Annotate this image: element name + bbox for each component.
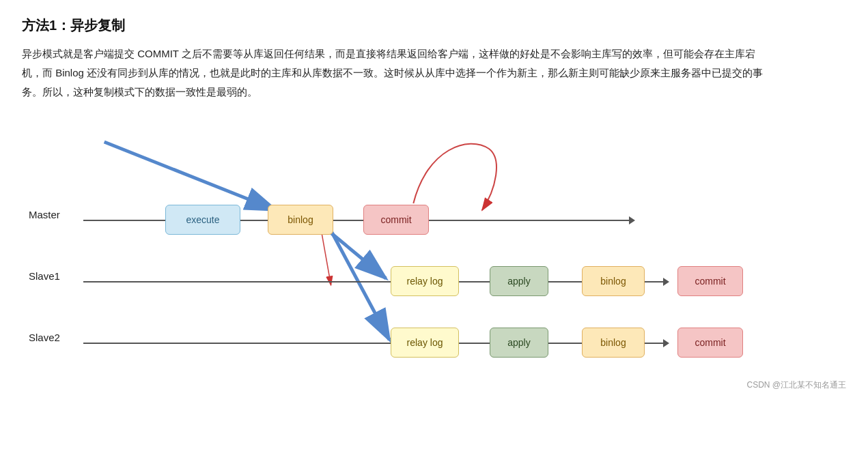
slave2-line	[83, 343, 664, 344]
slave2-relaylog-box: relay log	[391, 328, 459, 358]
slave2-commit-box: commit	[677, 328, 743, 358]
svg-line-4	[324, 227, 387, 278]
description-text: 异步模式就是客户端提交 COMMIT 之后不需要等从库返回任何结果，而是直接将结…	[22, 44, 773, 101]
svg-line-3	[104, 142, 276, 210]
slave1-line	[83, 281, 664, 283]
master-label: Master	[29, 209, 60, 220]
master-binlog-box: binlog	[268, 205, 333, 235]
master-commit-box: commit	[363, 205, 429, 235]
slave1-relaylog-box: relay log	[391, 266, 459, 296]
diagram-container: Master Slave1 Slave2 execute binlog comm…	[22, 121, 846, 374]
slave1-apply-box: apply	[490, 266, 548, 296]
slave1-commit-box: commit	[677, 266, 743, 296]
page-title: 方法1：异步复制	[22, 16, 846, 35]
slave1-binlog-box: binlog	[582, 266, 645, 296]
slave1-label: Slave1	[29, 270, 60, 282]
master-execute-box: execute	[165, 205, 240, 235]
footer-text: CSDN @江北某不知名通王	[22, 379, 846, 391]
svg-line-6	[321, 227, 331, 285]
slave2-label: Slave2	[29, 332, 60, 343]
slave2-binlog-box: binlog	[582, 328, 645, 358]
slave2-apply-box: apply	[490, 328, 548, 358]
svg-line-5	[331, 231, 389, 340]
